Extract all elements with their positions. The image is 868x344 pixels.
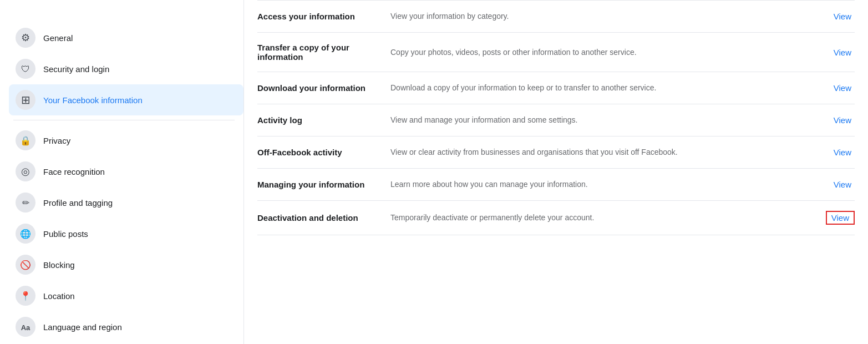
content-row-download-your-information: Download your informationDownload a copy… xyxy=(257,72,855,104)
content-row-transfer-a-copy: Transfer a copy of your informationCopy … xyxy=(257,33,855,72)
row-view-link[interactable]: View xyxy=(826,211,855,225)
sidebar-divider xyxy=(13,120,235,120)
sidebar: GeneralSecurity and loginYour Facebook i… xyxy=(0,0,244,344)
sidebar-item-label: Blocking xyxy=(43,260,75,270)
row-view-link[interactable]: View xyxy=(830,146,855,158)
content-row-activity-log: Activity logView and manage your informa… xyxy=(257,104,855,136)
row-description: Download a copy of your information to k… xyxy=(390,82,819,94)
face-icon xyxy=(16,161,35,181)
sidebar-item-face-recognition[interactable]: Face recognition xyxy=(9,156,243,187)
sidebar-item-security-login[interactable]: Security and login xyxy=(9,53,243,84)
lock-icon xyxy=(16,130,35,150)
row-description: View and manage your information and som… xyxy=(390,114,819,126)
row-view-link[interactable]: View xyxy=(830,82,855,94)
content-row-off-facebook-activity: Off-Facebook activityView or clear activ… xyxy=(257,136,855,169)
shield-icon xyxy=(16,59,35,79)
row-title: Activity log xyxy=(257,115,379,125)
row-description: View or clear activity from businesses a… xyxy=(390,146,819,158)
row-title: Download your information xyxy=(257,83,379,93)
sidebar-item-location[interactable]: Location xyxy=(9,280,243,311)
sidebar-item-label: Privacy xyxy=(43,136,70,145)
sidebar-item-privacy[interactable]: Privacy xyxy=(9,125,243,156)
row-view-link[interactable]: View xyxy=(830,114,855,126)
row-view-link[interactable]: View xyxy=(830,179,855,190)
main-content: Access your informationView your informa… xyxy=(244,0,868,344)
block-icon xyxy=(16,255,35,275)
sidebar-item-label: Public posts xyxy=(43,229,88,239)
tag-icon xyxy=(16,193,35,213)
sidebar-item-general[interactable]: General xyxy=(9,22,243,53)
row-view-link[interactable]: View xyxy=(830,11,855,22)
sidebar-item-label: Location xyxy=(43,291,75,301)
sidebar-item-public-posts[interactable]: Public posts xyxy=(9,218,243,249)
sidebar-item-label: General xyxy=(43,33,73,43)
row-title: Managing your information xyxy=(257,180,379,189)
sidebar-item-label: Your Facebook information xyxy=(43,95,143,105)
row-title: Access your information xyxy=(257,12,379,21)
content-row-deactivation-and-deletion: Deactivation and deletionTemporarily dea… xyxy=(257,201,855,235)
sidebar-item-label: Face recognition xyxy=(43,167,105,176)
sidebar-item-blocking[interactable]: Blocking xyxy=(9,249,243,280)
row-title: Deactivation and deletion xyxy=(257,213,379,222)
globe-icon xyxy=(16,224,35,244)
sidebar-title xyxy=(9,11,243,22)
grid-icon xyxy=(16,90,35,110)
row-description: Learn more about how you can manage your… xyxy=(390,179,819,190)
sidebar-item-your-facebook-information[interactable]: Your Facebook information xyxy=(9,84,243,115)
sidebar-item-label: Profile and tagging xyxy=(43,198,113,208)
row-title: Off-Facebook activity xyxy=(257,148,379,157)
gear-icon xyxy=(16,28,35,48)
row-view-link[interactable]: View xyxy=(830,47,855,58)
sidebar-item-label: Language and region xyxy=(43,322,122,332)
content-row-managing-your-information: Managing your informationLearn more abou… xyxy=(257,169,855,201)
sidebar-item-label: Security and login xyxy=(43,64,109,74)
lang-icon xyxy=(16,317,35,337)
sidebar-item-profile-and-tagging[interactable]: Profile and tagging xyxy=(9,187,243,218)
row-description: View your information by category. xyxy=(390,11,819,22)
pin-icon xyxy=(16,286,35,306)
sidebar-item-language-and-region[interactable]: Language and region xyxy=(9,311,243,342)
row-description: Copy your photos, videos, posts or other… xyxy=(390,47,819,58)
row-description: Temporarily deactivate or permanently de… xyxy=(390,212,815,224)
row-title: Transfer a copy of your information xyxy=(257,43,379,62)
content-row-access-your-information: Access your informationView your informa… xyxy=(257,0,855,33)
